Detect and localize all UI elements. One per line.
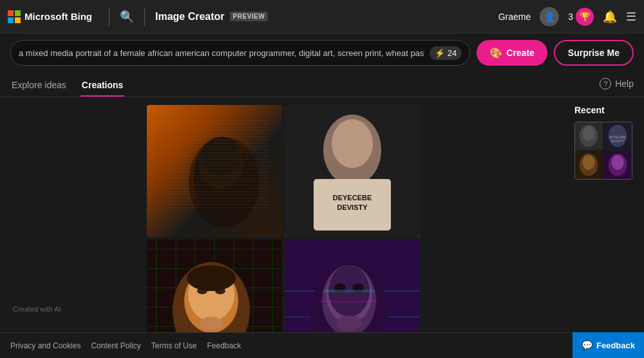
header-divider-2 [144,8,145,26]
search-icon-button[interactable]: 🔍 [117,7,137,26]
create-button-icon: 🎨 [489,47,502,59]
svg-point-2 [202,137,240,176]
tabs-bar: Explore ideas Creations ? Help [0,72,644,97]
feedback-float-label: Feedback [596,341,635,350]
recent-section-label: Recent [574,105,636,115]
preview-badge: PREVIEW [230,12,269,21]
image-cell-4[interactable] [285,240,420,342]
feedback-icon: 💬 [582,340,592,350]
image-4-art [285,240,420,342]
hamburger-menu-icon[interactable]: ☰ [626,10,636,24]
recent-thumb-2-art: DEYECEBE DEVISTY [604,122,632,150]
surprise-button-label: Surprise Me [568,48,620,58]
svg-point-30 [336,316,362,331]
coins-count: 3 [568,12,573,22]
image-grid: DEYECEBE DEVISTY [147,105,420,334]
svg-text:DEVISTY: DEVISTY [611,140,625,143]
image-grid-container: DEYECEBE DEVISTY [0,97,567,342]
watermark-text: Created with AI [13,305,61,313]
svg-rect-32 [320,301,378,303]
svg-text:DEYECEBE: DEYECEBE [609,136,626,139]
create-button[interactable]: 🎨 Create [477,40,547,66]
svg-text:DEYECEBE: DEYECEBE [333,194,372,202]
header-right-section: Graeme 👤 3 🏆 🔔 ☰ [498,7,636,26]
app-title: Image Creator [155,11,225,23]
top-navigation-bar: Microsoft Bing 🔍 Image Creator PREVIEW G… [0,0,644,33]
svg-point-35 [582,126,594,141]
header-divider [109,8,109,26]
svg-point-18 [200,317,223,330]
search-input[interactable] [19,48,424,58]
image-cell-2[interactable]: DEYECEBE DEVISTY [285,105,420,237]
recent-thumb-1-art [575,122,603,150]
recent-thumb-4-art [604,151,632,179]
user-avatar[interactable]: 👤 [540,7,559,26]
svg-point-0 [189,137,260,227]
microsoft-squares-icon [8,10,21,23]
recent-thumb-1[interactable] [575,122,603,150]
recent-thumb-4[interactable] [604,151,632,179]
image-2-art: DEYECEBE DEVISTY [285,105,420,237]
svg-point-1 [198,137,243,189]
image-cell-1[interactable] [147,105,282,237]
privacy-cookies-link[interactable]: Privacy and Cookies [10,341,80,350]
svg-point-42 [582,155,594,170]
create-button-label: Create [506,48,535,58]
microsoft-bing-logo[interactable]: Microsoft Bing [8,10,92,23]
footer-bar: Privacy and Cookies Content Policy Terms… [0,332,644,358]
search-bar-container: ⚡ 24 🎨 Create Surprise Me [0,33,644,72]
svg-rect-31 [323,290,375,292]
tab-explore-ideas[interactable]: Explore ideas [10,76,68,97]
main-content-area: DEYECEBE DEVISTY [0,97,644,342]
help-label: Help [615,79,634,89]
coins-counter: 3 🏆 [568,8,594,26]
sidebar-recent: Recent DEYECEBE DEVISTY [567,97,644,342]
tab-creations-label: Creations [82,80,124,90]
surprise-me-button[interactable]: Surprise Me [554,40,634,66]
tab-explore-label: Explore ideas [12,80,66,90]
feedback-floating-button[interactable]: 💬 Feedback [573,332,644,358]
image-cell-3[interactable] [147,240,282,342]
boost-count: 24 [448,48,457,58]
created-with-ai-watermark: Created with AI [13,305,61,313]
svg-point-5 [332,119,373,168]
search-input-wrapper: ⚡ 24 [10,40,470,66]
svg-point-45 [611,155,623,170]
user-name-label: Graeme [498,12,531,22]
feedback-footer-link[interactable]: Feedback [207,341,241,350]
boost-badge: ⚡ 24 [430,46,462,60]
terms-of-use-link[interactable]: Terms of Use [151,341,197,350]
bolt-icon: ⚡ [435,48,445,58]
image-1-overlay [147,105,282,237]
recent-thumb-2[interactable]: DEYECEBE DEVISTY [604,122,632,150]
notifications-bell-icon[interactable]: 🔔 [603,10,617,24]
recent-thumbnails-grid[interactable]: DEYECEBE DEVISTY [574,122,632,180]
image-3-art [147,240,282,342]
trophy-icon: 🏆 [576,8,594,26]
help-link[interactable]: ? Help [600,78,634,95]
recent-thumb-3-art [575,151,603,179]
bing-label: Microsoft Bing [24,11,92,22]
svg-text:DEVISTY: DEVISTY [337,203,368,211]
tab-creations[interactable]: Creations [80,76,125,97]
svg-point-19 [187,265,236,291]
content-policy-link[interactable]: Content Policy [91,341,140,350]
help-circle-icon: ? [600,78,611,90]
recent-thumb-3[interactable] [575,151,603,179]
